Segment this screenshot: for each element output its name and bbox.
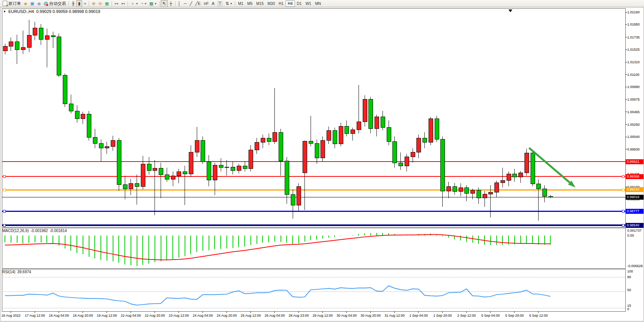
new-order-button[interactable]: 新订单 [1,0,22,7]
timeframe-mn-button[interactable]: MN [313,1,323,6]
crosshair-button[interactable]: ┼ [168,0,174,7]
price-chart[interactable] [1,8,643,321]
zoom-out-button[interactable]: ⊖ [97,0,104,7]
ohlc-values: 0.99029 0.99059 0.98998 0.99019 [36,9,100,14]
zoom-in-button[interactable]: ⊕ [90,0,97,7]
cursor-button[interactable]: ↖ [161,0,168,7]
line-handle-right[interactable] [622,189,624,191]
time-axis-label: 5 Sep 20:00 [505,314,524,317]
time-axis-label: 29 Aug 12:00 [312,314,333,317]
line-handle-right[interactable] [622,175,624,178]
macd-axis-label: 0.001737 [627,228,642,233]
main-pane[interactable] [2,8,625,227]
bar-chart-button[interactable]: ╫ [70,0,76,7]
candle-body [195,141,199,152]
trendline-button[interactable]: ╱ [188,0,194,7]
candle-body [285,161,289,195]
timeframe-m30-button[interactable]: M30 [266,1,277,6]
autotrading-button[interactable]: 自动交易 [42,0,67,7]
auto-scroll-button[interactable]: ↦ [113,0,120,7]
chevron-down-icon: ▾ [155,2,156,5]
fibonacci-icon: ≡F [204,0,209,7]
vertical-line-button[interactable]: │ [177,0,182,7]
candle-body [51,36,55,37]
candle-body [333,130,337,144]
candle-body [375,117,379,129]
chart-shift-button[interactable]: ↤ [120,0,126,7]
candle-body [153,168,157,170]
market-button[interactable]: ◆ [22,0,29,7]
price-axis-label: 1.01735 [627,35,640,40]
arrows-icon: ⇅ [225,0,229,7]
signals-button[interactable]: ◉ [36,0,43,7]
timeframe-w1-button[interactable]: W1 [304,1,313,6]
timeframe-m5-button[interactable]: M5 [245,1,254,6]
candle-body [291,195,295,205]
line-chart-button[interactable]: ≈ [82,0,88,7]
line-handle-left[interactable] [3,189,5,191]
horizontal-line-button[interactable]: ─ [182,0,188,7]
macd-pane[interactable] [2,228,625,268]
timeframe-m1-button[interactable]: M1 [236,1,245,6]
candle-body [87,114,91,138]
time-axis-label: 17 Aug 12:00 [25,314,45,317]
candle-body [435,119,439,139]
price-axis-label: 1.00675 [627,97,640,102]
rsi-label: RSI(14) 39.6974 [2,270,31,274]
rsi-pane[interactable] [2,269,625,311]
templates-button[interactable]: ▩▾ [148,0,158,7]
candle-body [489,192,493,194]
periods-icon: ◔ [141,0,143,7]
candle-body [524,153,529,173]
candle-body [21,48,25,50]
candle-body [548,196,553,197]
candle-body [405,157,409,166]
timeframe-h1-button[interactable]: H1 [277,1,285,6]
line-handle-left[interactable] [3,175,5,178]
timeframe-d1-button[interactable]: D1 [295,1,304,6]
timeframe-h4-button[interactable]: H4 [285,0,295,7]
text-label-button[interactable]: T [216,0,224,7]
macd-axis-label: -0.006628 [627,264,643,269]
line-handle-right[interactable] [622,210,624,212]
time-axis-label: 6 Sep 12:00 [529,314,548,317]
candle-body [105,146,109,148]
candle-body [393,142,397,163]
candle-body [201,141,205,162]
line-handle-right[interactable] [622,224,624,226]
timeframe-m15-button[interactable]: M15 [254,1,265,6]
line-handle-left[interactable] [3,224,5,226]
symbol-dropdown-icon[interactable]: ▼ [3,10,6,13]
periods-button[interactable]: ◔▾ [139,0,148,7]
candlestick-chart-icon: ▮ [78,0,80,7]
signals-icon: ◉ [37,0,41,7]
candle-body [453,186,457,192]
candle-body [243,166,247,169]
candle-body [471,191,475,194]
chart-window[interactable]: ▼ EURUSD-,H4 0.99029 0.99059 0.98998 0.9… [1,8,643,321]
candle-body [147,164,151,170]
autotrading-icon [44,2,48,6]
toolbar: 新订单◆▣◉自动交易╫▮≈⊕⊖▦↦↤＋▾◔▾▩▾↖┼│─╱╱E≡FAT⇅▾M1M… [0,0,644,7]
channel-icon: ╱E [195,0,201,7]
time-axis-label: 2 Sep 12:00 [457,314,476,317]
text-button[interactable]: A [210,0,216,7]
price-axis-label: 1.01525 [627,47,640,52]
line-handle-left[interactable] [3,210,5,212]
time-axis-label: 25 Aug 12:00 [241,314,261,317]
arrows-button[interactable]: ⇅▾ [224,0,233,7]
text-label-icon: T [218,1,223,6]
tile-windows-button[interactable]: ▦ [104,0,110,7]
fibonacci-button[interactable]: ≡F [202,0,210,7]
channel-button[interactable]: ╱E [194,0,202,7]
cursor-icon: ↖ [163,0,166,7]
indicators-button[interactable]: ＋▾ [129,0,139,7]
price-level-badge: 0.98540 [626,223,644,228]
candle-body [483,194,487,198]
community-button[interactable]: ▣ [29,0,35,7]
candle-body [423,138,427,142]
candle-body [537,184,541,189]
candlestick-chart-button[interactable]: ▮ [76,0,82,7]
candle-body [513,174,517,177]
price-level-badge: 0.99621 [626,159,644,164]
